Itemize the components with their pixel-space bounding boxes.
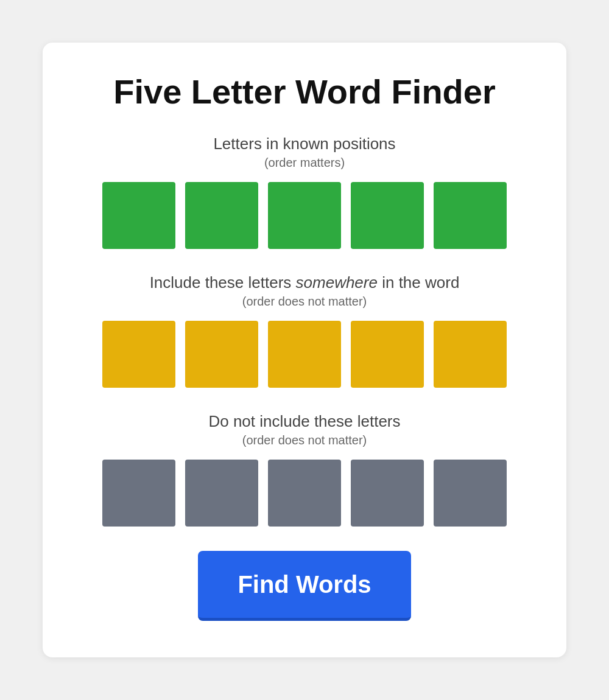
page-title: Five Letter Word Finder — [79, 73, 530, 111]
include-tile-4[interactable] — [351, 321, 424, 388]
known-tile-3[interactable] — [268, 182, 341, 249]
include-tile-5[interactable] — [434, 321, 507, 388]
exclude-tile-1[interactable] — [102, 460, 175, 527]
include-letters-tiles — [79, 321, 530, 388]
main-card: Five Letter Word Finder Letters in known… — [43, 43, 566, 658]
exclude-letters-sublabel: (order does not matter) — [79, 433, 530, 447]
include-letters-sublabel: (order does not matter) — [79, 295, 530, 309]
known-positions-label: Letters in known positions — [79, 135, 530, 153]
known-tile-4[interactable] — [351, 182, 424, 249]
exclude-tile-2[interactable] — [185, 460, 258, 527]
exclude-tile-5[interactable] — [434, 460, 507, 527]
exclude-tile-4[interactable] — [351, 460, 424, 527]
exclude-letters-section: Do not include these letters (order does… — [79, 412, 530, 527]
exclude-letters-tiles — [79, 460, 530, 527]
known-positions-section: Letters in known positions (order matter… — [79, 135, 530, 249]
find-words-button[interactable]: Find Words — [198, 551, 411, 621]
known-tile-2[interactable] — [185, 182, 258, 249]
include-tile-2[interactable] — [185, 321, 258, 388]
include-tile-3[interactable] — [268, 321, 341, 388]
known-tile-1[interactable] — [102, 182, 175, 249]
include-tile-1[interactable] — [102, 321, 175, 388]
known-tile-5[interactable] — [434, 182, 507, 249]
include-letters-section: Include these letters somewhere in the w… — [79, 273, 530, 388]
known-positions-sublabel: (order matters) — [79, 156, 530, 170]
exclude-tile-3[interactable] — [268, 460, 341, 527]
known-positions-tiles — [79, 182, 530, 249]
include-letters-label: Include these letters somewhere in the w… — [79, 273, 530, 292]
exclude-letters-label: Do not include these letters — [79, 412, 530, 431]
